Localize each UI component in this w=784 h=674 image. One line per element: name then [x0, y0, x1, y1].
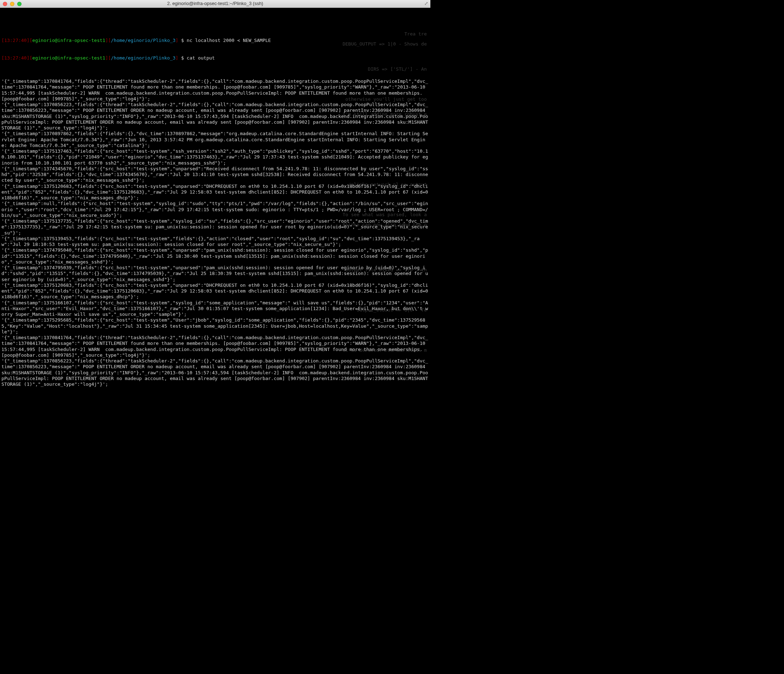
output-line: '{"_timestamp":1375166107,"fields":{"src…	[2, 300, 429, 318]
output-line: '{"_timestamp":1375120683,"fields":{"src…	[2, 283, 429, 300]
window-title: 2. eginorio@infra-opsec-test1:~/Plinko_3…	[0, 1, 430, 6]
output-line: '{"_timestamp":1374345670,"fields":{"src…	[2, 166, 429, 183]
output-line: '{"_timestamp":1375120683,"fields":{"src…	[2, 183, 429, 201]
command-2: cat output	[187, 55, 215, 61]
background-ghost-text: Trea tre	[404, 31, 427, 37]
output-line: '{"_timestamp":1370841764,"fields":{"thr…	[2, 335, 429, 358]
output-line: '{"_timestamp":1375295685,"fields":{"src…	[2, 317, 429, 335]
close-icon[interactable]	[3, 2, 7, 6]
output-line: '{"_timestamp":1374795040,"fields":{"src…	[2, 247, 429, 265]
prompt-line-1: [13:27:40][eginorio@infra-opsec-test1][/…	[2, 38, 429, 43]
terminal-output: '{"_timestamp":1370841764,"fields":{"thr…	[2, 79, 429, 387]
output-line: '{"_timestamp":1370856223,"fields":{"thr…	[2, 102, 429, 131]
expand-icon[interactable]: ⤢	[424, 1, 428, 6]
minimize-icon[interactable]	[10, 2, 14, 6]
terminal-pane[interactable]: Trea treDEBUG_OUTPUT => 1|0 - Shows deDI…	[0, 8, 430, 396]
zoom-icon[interactable]	[17, 2, 22, 6]
output-line: '{"_timestamp":1370897862,"fields":{"fie…	[2, 131, 429, 148]
output-line: '{"_timestamp":1375137735,"fields":{"src…	[2, 218, 429, 236]
output-line: '{"_timestamp":1375137463,"fields":{"src…	[2, 148, 429, 166]
background-ghost-text: DIRS => ['STL/'] - An	[368, 66, 427, 72]
command-1: nc localhost 2000 < NEW_SAMPLE	[187, 38, 271, 43]
window-titlebar: 2. eginorio@infra-opsec-test1:~/Plinko_3…	[0, 0, 430, 8]
output-line: '{"_timestamp":1375139453,"fields":{"src…	[2, 236, 429, 248]
output-line: '{"_timestamp":1370856223,"fields":{"thr…	[2, 358, 429, 387]
output-line: '{"_timestamp":null,"fields":{"src_host"…	[2, 201, 429, 218]
prompt-line-2: [13:27:40][eginorio@infra-opsec-test1][/…	[2, 55, 429, 61]
output-line: '{"_timestamp":1374795039,"fields":{"src…	[2, 265, 429, 283]
output-line: '{"_timestamp":1370841764,"fields":{"thr…	[2, 79, 429, 102]
traffic-lights	[3, 2, 22, 6]
